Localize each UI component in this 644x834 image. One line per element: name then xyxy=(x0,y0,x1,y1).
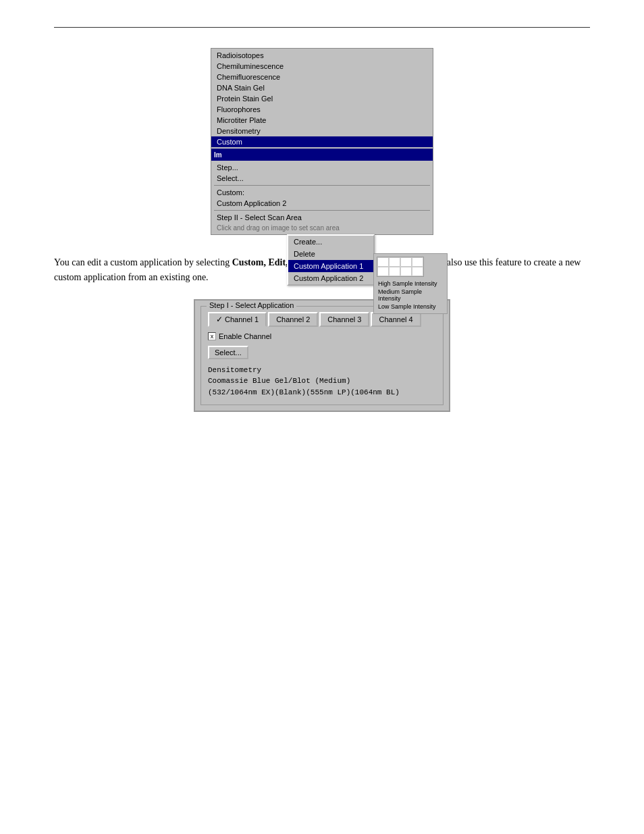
tab-channel1[interactable]: ✓ Channel 1 xyxy=(208,312,267,327)
step2-label: Step II - Select Scan Area xyxy=(211,212,433,223)
grid-cell-3 xyxy=(400,257,412,267)
tab-channel1-label: Channel 1 xyxy=(225,315,259,323)
tab-channel4-label: Channel 4 xyxy=(379,315,412,323)
enable-channel-row: x Enable Channel xyxy=(208,332,436,340)
grid-cell-7 xyxy=(400,267,412,276)
grid-cell-2 xyxy=(389,257,400,267)
page-content: Radioisotopes Chemiluminescence Chemiflu… xyxy=(0,0,644,459)
grid-cell-6 xyxy=(389,267,400,276)
divider xyxy=(54,27,590,28)
custom-app-2-bottom[interactable]: Custom Application 2 xyxy=(211,198,433,209)
menu-item-protein-stain-gel[interactable]: Protein Stain Gel xyxy=(211,93,433,104)
tab-channel4[interactable]: Channel 4 xyxy=(371,312,421,327)
submenu-delete[interactable]: Delete xyxy=(288,248,373,260)
tab-channel2[interactable]: Channel 2 xyxy=(268,312,318,327)
grid-cell-4 xyxy=(412,257,423,267)
submenu-create[interactable]: Create... xyxy=(288,236,373,248)
bottom-section: Step... Select... Custom: Custom Applica… xyxy=(211,161,433,234)
menu-item-fluorophores[interactable]: Fluorophores xyxy=(211,104,433,115)
select-item[interactable]: Select... xyxy=(211,173,433,184)
menu-item-densitometry[interactable]: Densitometry xyxy=(211,126,433,136)
custom-label: Custom: xyxy=(211,187,433,198)
submenu-custom-app-2[interactable]: Custom Application 2 xyxy=(288,272,373,284)
select-button[interactable]: Select... xyxy=(208,346,248,359)
blue-title-bar: Im xyxy=(211,149,433,161)
separator xyxy=(214,185,430,186)
enable-channel-checkbox[interactable]: x xyxy=(208,332,216,340)
grid-preview xyxy=(377,257,424,277)
menu-item-radioisotopes[interactable]: Radioisotopes xyxy=(211,50,433,61)
channel-tabs: ✓ Channel 1 Channel 2 Channel 3 Channel … xyxy=(208,312,436,327)
medium-intensity[interactable]: Medium Sample Intensity xyxy=(377,288,444,303)
submenu-custom-app-1[interactable]: Custom Application 1 xyxy=(288,260,373,272)
tab-channel3-label: Channel 3 xyxy=(327,315,361,323)
submenu: Create... Delete Custom Application 1 Cu… xyxy=(287,234,375,286)
screenshot1-container: Radioisotopes Chemiluminescence Chemiflu… xyxy=(54,48,590,235)
grid-cell-1 xyxy=(377,257,389,267)
app-title: Im xyxy=(214,151,222,159)
menu-item-chemifluorescence[interactable]: Chemifluorescence xyxy=(211,72,433,82)
enable-channel-label: Enable Channel xyxy=(219,332,271,340)
app-info: Densitometry Coomassie Blue Gel/Blot (Me… xyxy=(208,365,436,398)
checkmark-icon: ✓ xyxy=(216,315,223,324)
menu-screenshot: Radioisotopes Chemiluminescence Chemiflu… xyxy=(211,48,433,235)
menu-item-chemiluminescence[interactable]: Chemiluminescence xyxy=(211,61,433,72)
high-intensity[interactable]: High Sample Intensity xyxy=(377,280,444,288)
grid-cell-5 xyxy=(377,267,389,276)
tab-channel2-label: Channel 2 xyxy=(276,315,310,323)
menu-item-microtiter-plate[interactable]: Microtiter Plate xyxy=(211,115,433,126)
app-params: (532/1064nm EX)(Blank)(555nm LP)(1064nm … xyxy=(208,387,436,398)
group-box-title: Step I - Select Application xyxy=(207,301,296,309)
app-list: Radioisotopes Chemiluminescence Chemiflu… xyxy=(211,49,433,149)
grid-cell-8 xyxy=(412,267,423,276)
intensity-panel: High Sample Intensity Medium Sample Inte… xyxy=(373,253,448,314)
click-drag-label: Click and drag on image to set scan area xyxy=(211,223,433,233)
tab-channel3[interactable]: Channel 3 xyxy=(319,312,369,327)
group-box: Step I - Select Application ✓ Channel 1 … xyxy=(200,306,444,406)
menu-item-custom[interactable]: Custom xyxy=(211,136,433,147)
separator2 xyxy=(214,210,430,211)
app-name: Coomassie Blue Gel/Blot (Medium) xyxy=(208,375,436,387)
menu-item-dna-stain-gel[interactable]: DNA Stain Gel xyxy=(211,82,433,93)
screenshot2-container: Step I - Select Application ✓ Channel 1 … xyxy=(54,299,590,413)
channel-screenshot: Step I - Select Application ✓ Channel 1 … xyxy=(194,299,450,413)
step-item[interactable]: Step... xyxy=(211,162,433,173)
low-intensity[interactable]: Low Sample Intensity xyxy=(377,303,444,311)
app-type: Densitometry xyxy=(208,365,436,376)
